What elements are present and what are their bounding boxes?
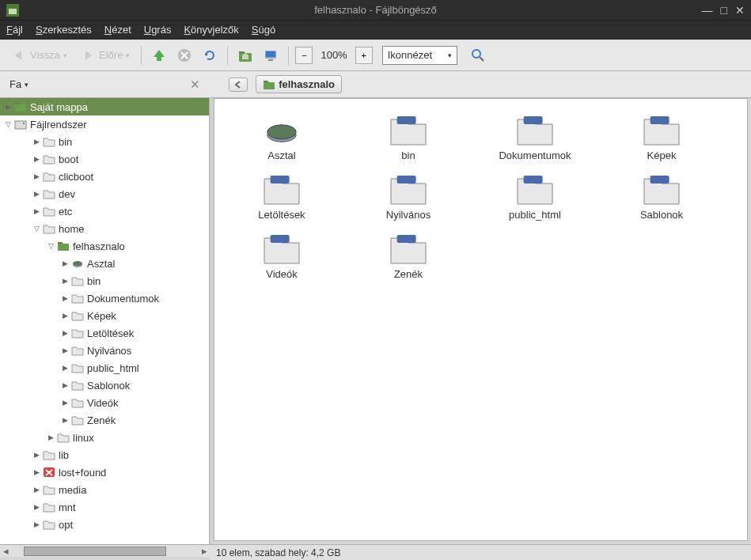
tree-label: media (59, 484, 86, 496)
tree-item-bin[interactable]: ▶bin (0, 133, 209, 150)
tree-item-kepek[interactable]: ▶Képek (0, 307, 209, 324)
file-item[interactable]: public_html (484, 171, 586, 224)
path-back-button[interactable] (229, 78, 248, 92)
expander-icon[interactable]: ▶ (46, 433, 55, 441)
tree-item-asztal[interactable]: ▶Asztal (0, 255, 209, 272)
tree-item-linux[interactable]: ▶linux (0, 429, 209, 446)
tree-item-boot[interactable]: ▶boot (0, 150, 209, 168)
tree-filesystem[interactable]: ▽ Fájlrendszer (0, 115, 209, 133)
tree-item-opt[interactable]: ▶opt (0, 516, 209, 533)
expander-icon[interactable]: ▶ (32, 207, 41, 215)
tree-item-nyilvanos[interactable]: ▶Nyilvános (0, 342, 209, 359)
search-button[interactable] (467, 44, 489, 66)
zoom-label: 100% (314, 49, 353, 61)
up-button[interactable] (148, 44, 170, 66)
expander-icon[interactable]: ▶ (60, 416, 70, 424)
back-button[interactable]: Vissza ▾ (6, 44, 72, 66)
close-sidebar-button[interactable]: ✕ (190, 78, 200, 92)
view-mode-combo[interactable]: Ikonnézet ▾ (382, 46, 457, 65)
svg-rect-9 (15, 104, 26, 112)
close-button[interactable]: ✕ (735, 4, 745, 17)
expander-icon[interactable]: ▶ (60, 364, 70, 372)
chevron-down-icon: ▾ (448, 51, 452, 59)
tree-item-media[interactable]: ▶media (0, 481, 209, 498)
tree-item-bin2[interactable]: ▶bin (0, 272, 209, 289)
expander-icon[interactable]: ▶ (3, 103, 13, 111)
expander-icon[interactable]: ▶ (32, 486, 41, 494)
sidebar-mode-button[interactable]: Fa ▾ (6, 77, 32, 92)
menu-view[interactable]: Nézet (104, 24, 131, 36)
file-item[interactable]: Nyilvános (357, 171, 460, 224)
file-item[interactable]: Asztal (230, 112, 333, 165)
expander-icon[interactable]: ▶ (32, 451, 41, 459)
chevron-down-icon: ▾ (25, 81, 28, 89)
file-item[interactable]: Letöltések (230, 171, 333, 224)
tree-item-dev[interactable]: ▶dev (0, 185, 209, 202)
maximize-button[interactable]: □ (721, 4, 727, 17)
expander-icon[interactable]: ▶ (60, 381, 70, 389)
expander-icon[interactable]: ▶ (60, 346, 70, 354)
expander-icon[interactable]: ▽ (32, 225, 41, 233)
tree-label: boot (59, 153, 78, 165)
expander-icon[interactable]: ▽ (46, 242, 55, 250)
expander-icon[interactable]: ▶ (60, 277, 70, 285)
expander-icon[interactable]: ▶ (60, 399, 70, 407)
forward-button[interactable]: Előre ▾ (75, 44, 135, 66)
tree-item-felhasznalo[interactable]: ▽felhasznalo (0, 237, 209, 255)
tree-home[interactable]: ▶ Saját mappa (0, 98, 209, 115)
tree-item-letoltesek[interactable]: ▶Letöltések (0, 324, 209, 342)
expander-icon[interactable]: ▽ (3, 120, 13, 128)
stop-button[interactable] (173, 44, 195, 66)
menu-bookmarks[interactable]: Könyvjelzők (184, 24, 238, 36)
file-item[interactable]: Képek (610, 112, 713, 165)
tree-item-clicboot[interactable]: ▶clicboot (0, 168, 209, 185)
expander-icon[interactable]: ▶ (60, 329, 70, 337)
tree-item-mnt[interactable]: ▶mnt (0, 498, 209, 516)
expander-icon[interactable]: ▶ (60, 312, 70, 320)
sidebar-mode-label: Fa (9, 78, 21, 90)
menu-file[interactable]: Fájl (6, 24, 23, 36)
tree-label: felhasznalo (73, 240, 125, 252)
refresh-button[interactable] (199, 44, 221, 66)
tree-item-home_dir[interactable]: ▽home (0, 220, 209, 237)
expander-icon[interactable]: ▶ (32, 468, 41, 476)
minimize-button[interactable]: — (702, 4, 713, 17)
expander-icon[interactable]: ▶ (60, 259, 70, 267)
expander-icon[interactable]: ▶ (32, 190, 41, 198)
computer-button[interactable] (260, 44, 282, 66)
file-item[interactable]: Dokumentumok (484, 112, 586, 165)
folder-icon (43, 501, 55, 513)
home-button[interactable] (234, 44, 256, 66)
tree-item-lib[interactable]: ▶lib (0, 446, 209, 464)
tree-item-etc[interactable]: ▶etc (0, 202, 209, 220)
expander-icon[interactable]: ▶ (32, 503, 41, 511)
svg-rect-12 (58, 244, 69, 251)
tree-item-zenek[interactable]: ▶Zenék (0, 411, 209, 429)
sidebar-hscroll[interactable]: ◂ ▸ (0, 544, 210, 557)
sidebar-tree[interactable]: ▶ Saját mappa ▽ Fájlrendszer ▶bin▶boot▶c… (0, 98, 210, 544)
icon-view[interactable]: AsztalbinDokumentumokKépekLetöltésekNyil… (214, 98, 748, 541)
tree-item-videok[interactable]: ▶Videók (0, 394, 209, 411)
expander-icon[interactable]: ▶ (32, 520, 41, 528)
zoom-out-button[interactable]: − (295, 47, 313, 64)
tree-item-sablonok[interactable]: ▶Sablonok (0, 376, 209, 394)
tree-item-lostfound[interactable]: ▶lost+found (0, 464, 209, 481)
file-item[interactable]: bin (357, 112, 460, 165)
expander-icon[interactable]: ▶ (60, 294, 70, 302)
expander-icon[interactable]: ▶ (32, 155, 41, 163)
folder-icon (263, 233, 301, 265)
svg-rect-26 (397, 235, 416, 243)
path-segment-current[interactable]: felhasznalo (256, 75, 342, 93)
file-item[interactable]: Zenék (357, 230, 460, 283)
menu-go[interactable]: Ugrás (144, 24, 172, 36)
expander-icon[interactable]: ▶ (32, 172, 41, 180)
menu-help[interactable]: Súgó (252, 24, 275, 36)
tree-item-dokumentumok[interactable]: ▶Dokumentumok (0, 289, 209, 307)
menu-edit[interactable]: Szerkesztés (36, 24, 92, 36)
folder-icon (71, 396, 84, 409)
tree-item-public_html[interactable]: ▶public_html (0, 359, 209, 376)
expander-icon[interactable]: ▶ (32, 138, 41, 146)
zoom-in-button[interactable]: + (355, 47, 373, 64)
file-item[interactable]: Videók (230, 230, 333, 283)
file-item[interactable]: Sablonok (610, 171, 713, 224)
